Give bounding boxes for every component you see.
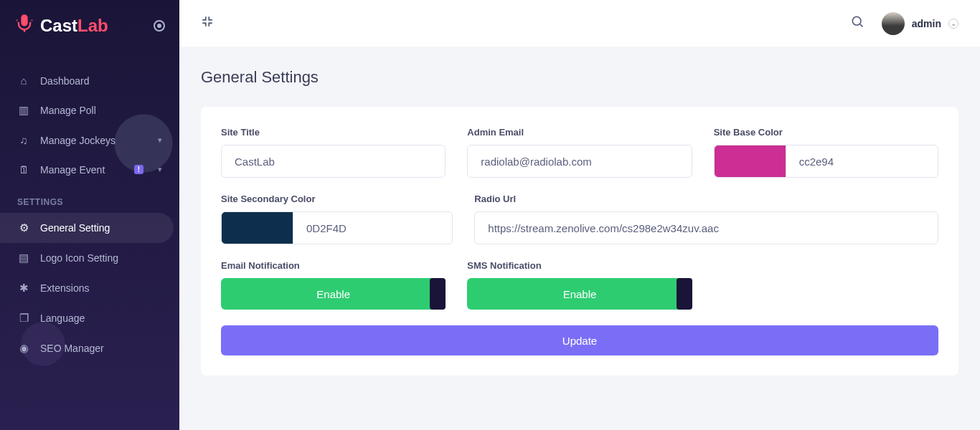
sidebar-item-language[interactable]: ❐ Language (0, 303, 179, 333)
base-color-swatch[interactable] (714, 145, 786, 178)
sidebar-item-dashboard[interactable]: ⌂ Dashboard (0, 66, 179, 95)
toggle-handle (677, 278, 692, 310)
site-title-input[interactable] (221, 145, 446, 178)
main: admin ⌄ General Settings Site Title Admi… (179, 0, 980, 430)
sms-notification-label: SMS Notification (467, 260, 692, 271)
chevron-down-icon: ⌄ (948, 19, 958, 29)
sidebar-collapse-toggle[interactable] (154, 20, 165, 32)
page-title: General Settings (201, 68, 958, 87)
sidebar-item-manage-jockeys[interactable]: ♫ Manage Jockeys ▾ (0, 125, 179, 155)
toggle-state: Enable (316, 288, 350, 300)
sidebar: CastLab ⌂ Dashboard ▥ Manage Poll ♫ Mana… (0, 0, 179, 430)
base-color-value[interactable]: cc2e94 (786, 145, 938, 178)
sidebar-item-general-setting[interactable]: ⚙ General Setting (0, 213, 174, 243)
svg-point-1 (852, 16, 861, 25)
globe-icon: ◉ (17, 342, 30, 355)
base-color-input-wrap: cc2e94 (714, 145, 938, 178)
content: General Settings Site Title Admin Email … (179, 47, 980, 397)
sidebar-item-logo-icon-setting[interactable]: ▤ Logo Icon Setting (0, 243, 179, 273)
sidebar-item-label: General Setting (40, 222, 110, 234)
email-notification-label: Email Notification (221, 260, 446, 271)
svg-rect-0 (22, 15, 27, 25)
secondary-color-group: Site Secondary Color 0D2F4D (221, 194, 453, 244)
admin-email-label: Admin Email (467, 127, 692, 138)
toggle-handle (430, 278, 446, 310)
sidebar-item-label: Manage Event (40, 164, 105, 176)
logo-text: CastLab (40, 16, 108, 36)
toggle-state: Enable (563, 288, 597, 300)
topbar: admin ⌄ (179, 0, 980, 47)
user-name: admin (912, 18, 941, 29)
email-notification-group: Email Notification Enable (221, 260, 446, 310)
sidebar-item-label: Extensions (40, 282, 89, 294)
sidebar-item-label: Dashboard (40, 75, 90, 87)
secondary-color-swatch[interactable] (221, 211, 293, 244)
sidebar-item-manage-poll[interactable]: ▥ Manage Poll (0, 95, 179, 125)
radio-url-label: Radio Url (474, 194, 938, 204)
app-logo[interactable]: CastLab (14, 14, 108, 39)
avatar (882, 12, 905, 35)
calendar-icon: 🗓 (17, 163, 30, 176)
headphones-icon: ♫ (17, 134, 30, 146)
email-notification-toggle[interactable]: Enable (221, 278, 446, 310)
mic-icon (14, 14, 34, 39)
radio-url-group: Radio Url (474, 194, 938, 244)
sidebar-item-label: Manage Poll (40, 105, 96, 116)
sidebar-item-label: Logo Icon Setting (40, 252, 118, 264)
image-icon: ▤ (17, 252, 30, 264)
site-title-label: Site Title (221, 127, 446, 138)
settings-card: Site Title Admin Email Site Base Color c… (201, 107, 958, 376)
site-title-group: Site Title (221, 127, 446, 178)
sidebar-item-label: SEO Manager (40, 343, 104, 354)
language-icon: ❐ (17, 312, 30, 325)
gear-icon: ⚙ (17, 221, 30, 234)
radio-url-input[interactable] (474, 211, 938, 244)
nav: ⌂ Dashboard ▥ Manage Poll ♫ Manage Jocke… (0, 52, 179, 378)
admin-email-group: Admin Email (467, 127, 692, 178)
poll-icon: ▥ (17, 104, 30, 117)
sidebar-item-extensions[interactable]: ✱ Extensions (0, 273, 179, 303)
base-color-label: Site Base Color (714, 127, 938, 138)
topbar-right: admin ⌄ (850, 12, 958, 35)
sms-notification-toggle[interactable]: Enable (467, 278, 692, 310)
logo-area: CastLab (0, 0, 179, 52)
chevron-down-icon: ▾ (158, 165, 162, 174)
spacer (714, 260, 938, 310)
fullscreen-exit-icon[interactable] (201, 15, 214, 32)
sidebar-item-label: Manage Jockeys (40, 135, 116, 146)
sms-notification-group: SMS Notification Enable (467, 260, 692, 310)
secondary-color-input-wrap: 0D2F4D (221, 211, 453, 244)
sidebar-item-label: Language (40, 312, 85, 324)
admin-email-input[interactable] (467, 145, 692, 178)
puzzle-icon: ✱ (17, 282, 30, 295)
secondary-color-label: Site Secondary Color (221, 194, 453, 204)
update-button[interactable]: Update (221, 325, 938, 355)
secondary-color-value[interactable]: 0D2F4D (293, 211, 453, 244)
base-color-group: Site Base Color cc2e94 (714, 127, 938, 178)
nav-section-header: SETTINGS (0, 184, 179, 213)
sidebar-item-seo-manager[interactable]: ◉ SEO Manager (0, 333, 179, 363)
search-icon[interactable] (850, 14, 864, 32)
chevron-down-icon: ▾ (158, 135, 162, 145)
badge: ! (134, 165, 143, 174)
sidebar-item-manage-event[interactable]: 🗓 Manage Event ! ▾ (0, 155, 179, 184)
home-icon: ⌂ (17, 75, 30, 87)
user-menu[interactable]: admin ⌄ (882, 12, 958, 35)
